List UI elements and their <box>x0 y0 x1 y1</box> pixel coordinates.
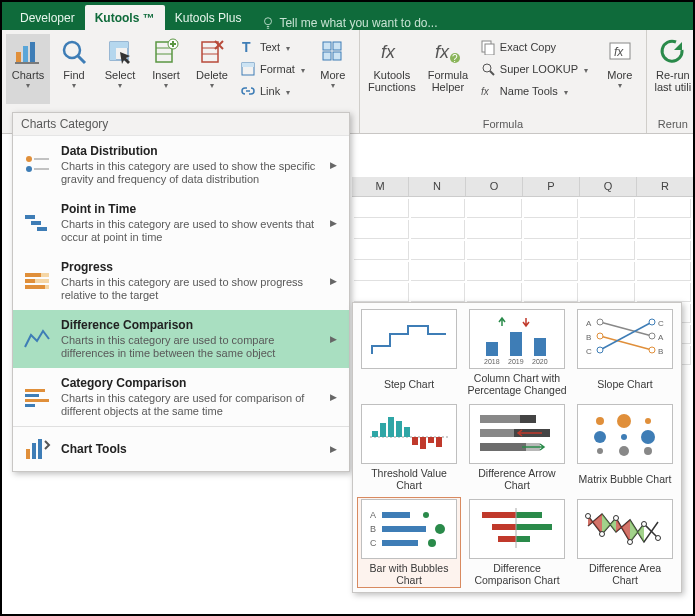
gallery-slope-chart[interactable]: ABCCAB Slope Chart <box>573 307 677 398</box>
more-button[interactable]: More <box>311 34 355 104</box>
svg-rect-1 <box>16 52 21 62</box>
difference-arrow-icon <box>469 404 565 464</box>
svg-rect-89 <box>428 437 434 443</box>
dd-chart-tools[interactable]: Chart Tools ▶ <box>13 427 349 471</box>
svg-rect-111 <box>382 526 426 532</box>
kutools-functions-button[interactable]: fx Kutools Functions <box>364 34 420 104</box>
dd-progress[interactable]: ProgressCharts in this category are used… <box>13 252 349 310</box>
svg-point-101 <box>621 434 627 440</box>
dd-point-in-time[interactable]: Point in TimeCharts in this category are… <box>13 194 349 252</box>
chevron-right-icon: ▶ <box>328 276 339 286</box>
svg-point-41 <box>26 166 32 172</box>
svg-text:fx: fx <box>481 86 490 97</box>
svg-text:2019: 2019 <box>508 358 524 365</box>
charts-icon <box>12 36 44 68</box>
more2-button[interactable]: fx More <box>598 34 642 104</box>
col-header[interactable]: R <box>637 177 694 196</box>
svg-line-73 <box>600 336 652 350</box>
formula-helper-label: Formula Helper <box>428 69 468 93</box>
svg-point-5 <box>64 42 80 58</box>
svg-rect-4 <box>15 62 39 64</box>
gallery-column-percentage[interactable]: 201820192020 Column Chart with Percentag… <box>465 307 569 398</box>
chevron-right-icon: ▶ <box>328 218 339 228</box>
svg-text:2020: 2020 <box>532 358 548 365</box>
gallery-label: Column Chart with Percentage Changed <box>467 372 567 396</box>
svg-line-36 <box>490 71 494 75</box>
more-label: More <box>320 69 345 81</box>
charts-button[interactable]: Charts <box>6 34 50 104</box>
svg-rect-23 <box>242 63 254 67</box>
svg-rect-83 <box>380 423 386 437</box>
format-button[interactable]: Format <box>240 58 305 80</box>
dd-title-4: Category Comparison <box>61 376 318 390</box>
svg-text:T: T <box>242 39 251 55</box>
fx-icon: fx <box>376 36 408 68</box>
insert-button[interactable]: Insert <box>144 34 188 104</box>
gallery-step-chart[interactable]: Step Chart <box>357 307 461 398</box>
svg-rect-59 <box>38 439 42 459</box>
data-distribution-icon <box>23 151 51 179</box>
svg-text:?: ? <box>452 53 458 64</box>
svg-rect-61 <box>510 332 522 356</box>
svg-rect-62 <box>534 338 546 356</box>
col-header[interactable]: M <box>352 177 409 196</box>
svg-rect-54 <box>25 394 39 397</box>
col-header[interactable]: Q <box>580 177 637 196</box>
find-button[interactable]: Find <box>52 34 96 104</box>
gallery-label: Step Chart <box>384 372 434 396</box>
dd-desc-3: Charts in this category are used to comp… <box>61 334 318 360</box>
svg-text:fx: fx <box>435 42 450 62</box>
tab-developer[interactable]: Developer <box>10 5 85 30</box>
col-header[interactable]: N <box>409 177 466 196</box>
exact-copy-button[interactable]: Exact Copy <box>480 36 592 58</box>
name-tools-button[interactable]: fx Name Tools <box>480 80 592 102</box>
charts-label: Charts <box>12 69 44 81</box>
super-lookup-button[interactable]: Super LOOKUP <box>480 58 592 80</box>
delete-button[interactable]: Delete <box>190 34 234 104</box>
svg-rect-84 <box>388 417 394 437</box>
gallery-threshold-value[interactable]: Threshold Value Chart <box>357 402 461 493</box>
col-header[interactable]: P <box>523 177 580 196</box>
svg-line-72 <box>600 322 652 336</box>
gallery-difference-arrow[interactable]: Difference Arrow Chart <box>465 402 569 493</box>
gallery-bar-with-bubbles[interactable]: ABC Bar with Bubbles Chart <box>357 497 461 588</box>
svg-point-0 <box>265 18 272 25</box>
dd-data-distribution[interactable]: Data DistributionCharts in this category… <box>13 136 349 194</box>
col-header[interactable]: O <box>466 177 523 196</box>
svg-line-74 <box>600 322 652 350</box>
svg-text:A: A <box>586 319 592 328</box>
chevron-right-icon: ▶ <box>328 392 339 402</box>
gallery-label: Difference Comparison Chart <box>467 562 567 586</box>
dd-category-comparison[interactable]: Category ComparisonCharts in this catego… <box>13 368 349 426</box>
tab-kutools-plus[interactable]: Kutools Plus <box>165 5 252 30</box>
gallery-difference-area[interactable]: Difference Area Chart <box>573 497 677 588</box>
svg-point-99 <box>645 418 651 424</box>
rerun-icon <box>658 36 688 68</box>
gallery-difference-comparison-chart[interactable]: Difference Comparison Chart <box>465 497 569 588</box>
svg-rect-25 <box>323 42 331 50</box>
formula-helper-button[interactable]: fx? Formula Helper <box>422 34 474 104</box>
svg-point-76 <box>649 333 655 339</box>
super-lookup-label: Super LOOKUP <box>500 63 578 75</box>
svg-rect-16 <box>202 42 218 62</box>
svg-point-80 <box>649 319 655 325</box>
dd-difference-comparison[interactable]: Difference ComparisonCharts in this cate… <box>13 310 349 368</box>
threshold-icon <box>361 404 457 464</box>
svg-rect-26 <box>333 42 341 50</box>
find-label: Find <box>63 69 84 81</box>
select-button[interactable]: Select <box>98 34 142 104</box>
tab-kutools[interactable]: Kutools ™ <box>85 5 165 30</box>
svg-rect-55 <box>25 399 49 402</box>
svg-rect-2 <box>23 46 28 62</box>
gallery-matrix-bubble[interactable]: Matrix Bubble Chart <box>573 402 677 493</box>
svg-text:2018: 2018 <box>484 358 500 365</box>
link-icon <box>240 83 256 99</box>
chart-tools-icon <box>23 435 51 463</box>
tell-me-search[interactable]: Tell me what you want to do... <box>251 16 447 30</box>
rerun-button[interactable]: Re-run last utili <box>651 32 695 93</box>
more-icon <box>317 36 349 68</box>
rerun-group-label: Rerun <box>651 118 695 131</box>
link-button[interactable]: Link <box>240 80 305 102</box>
dd-title-1: Point in Time <box>61 202 318 216</box>
text-button[interactable]: T Text <box>240 36 305 58</box>
